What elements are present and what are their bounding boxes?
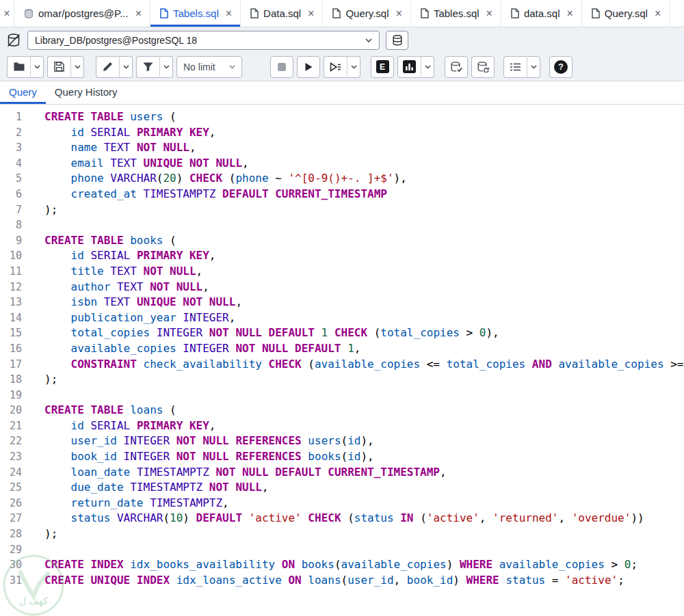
edit-menu-button[interactable] <box>119 56 133 78</box>
clipped-tab-close[interactable]: × <box>0 0 14 27</box>
code-line[interactable]: available_copies INTEGER NOT NULL DEFAUL… <box>44 341 684 357</box>
code-line[interactable]: CONSTRAINT check_availability CHECK (ava… <box>44 357 684 373</box>
editor-tab[interactable]: data.sql× <box>501 0 582 27</box>
open-file-menu-button[interactable] <box>30 56 44 78</box>
chevron-down-icon <box>163 65 170 69</box>
editor-tab-bar: × omar/postgres@P...×Tabels.sql×Data.sql… <box>0 0 684 27</box>
line-number: 2 <box>0 125 22 141</box>
code-line[interactable]: id SERIAL PRIMARY KEY, <box>44 248 684 264</box>
close-icon[interactable]: × <box>655 8 661 19</box>
rollback-icon <box>477 62 489 72</box>
close-icon[interactable]: × <box>226 8 232 19</box>
edit-button[interactable] <box>96 56 119 78</box>
explain-analyze-button[interactable] <box>397 56 421 78</box>
explain-analyze-group <box>397 56 434 78</box>
explain-button[interactable]: E <box>371 56 394 78</box>
editor-tab[interactable]: Tables.sql× <box>411 0 501 27</box>
code-line[interactable]: CREATE UNIQUE INDEX idx_loans_active ON … <box>44 573 684 589</box>
code-line[interactable] <box>44 388 684 403</box>
line-number: 28 <box>0 526 22 542</box>
code-line[interactable]: status VARCHAR(10) DEFAULT 'active' CHEC… <box>44 511 684 526</box>
code-line[interactable]: due_date TIMESTAMPTZ NOT NULL, <box>44 480 684 496</box>
line-number: 30 <box>0 557 22 573</box>
row-limit-select[interactable]: No limit <box>176 56 242 78</box>
line-number: 15 <box>0 325 22 341</box>
code-line[interactable]: loan_date TIMESTAMPTZ NOT NULL DEFAULT C… <box>44 465 684 481</box>
connection-value: Library_DB/postgres@PostgreSQL 18 <box>35 35 197 46</box>
close-icon[interactable]: × <box>135 8 142 19</box>
code-line[interactable]: total_copies INTEGER NOT NULL DEFAULT 1 … <box>44 325 684 341</box>
code-line[interactable]: ); <box>44 372 684 388</box>
code-line[interactable]: CREATE INDEX idx_books_availability ON b… <box>44 557 684 573</box>
tab-query-history-label: Query History <box>55 86 118 98</box>
tab-label: Tables.sql <box>434 8 479 19</box>
code-line[interactable]: phone VARCHAR(20) CHECK (phone ~ '^[0-9(… <box>44 171 684 187</box>
new-connection-button[interactable] <box>386 31 408 50</box>
code-line[interactable]: id SERIAL PRIMARY KEY, <box>44 125 684 141</box>
help-button[interactable]: ? <box>549 56 573 78</box>
filter-menu-button[interactable] <box>159 56 173 78</box>
explain-icon: E <box>376 60 389 73</box>
sql-editor[interactable]: 1234567891011121314151617181920212223242… <box>0 105 684 616</box>
close-icon[interactable]: × <box>3 8 10 20</box>
code-line[interactable]: return_date TIMESTAMPTZ, <box>44 496 684 511</box>
close-icon[interactable]: × <box>566 8 573 19</box>
editor-tab[interactable]: Query.sql× <box>323 0 410 27</box>
code-line[interactable]: book_id INTEGER NOT NULL REFERENCES book… <box>44 449 684 465</box>
line-number: 12 <box>0 280 22 295</box>
code-line[interactable]: isbn TEXT UNIQUE NOT NULL, <box>44 295 684 310</box>
stop-icon <box>277 62 287 72</box>
macros-menu-button[interactable] <box>527 56 540 78</box>
line-number: 8 <box>0 217 22 233</box>
code-line[interactable]: ); <box>44 526 684 542</box>
open-file-button[interactable] <box>7 56 30 78</box>
code-lines[interactable]: CREATE TABLE users ( id SERIAL PRIMARY K… <box>31 109 684 616</box>
code-line[interactable]: ); <box>44 202 684 218</box>
code-line[interactable]: email TEXT UNIQUE NOT NULL, <box>44 156 684 172</box>
editor-tab[interactable]: Tabels.sql× <box>150 0 241 27</box>
code-line[interactable]: author TEXT NOT NULL, <box>44 280 684 295</box>
code-line[interactable]: id SERIAL PRIMARY KEY, <box>44 418 684 434</box>
code-line[interactable]: CREATE TABLE books ( <box>44 233 684 249</box>
file-icon <box>332 8 341 18</box>
line-number: 1 <box>0 109 22 125</box>
tab-label: data.sql <box>524 8 560 19</box>
filter-button[interactable] <box>136 56 159 78</box>
macros-button[interactable] <box>503 56 527 78</box>
code-line[interactable]: title TEXT NOT NULL, <box>44 264 684 280</box>
close-icon[interactable]: × <box>486 8 492 19</box>
code-line[interactable] <box>44 542 684 558</box>
commit-icon <box>451 62 462 72</box>
cancel-query-button[interactable] <box>270 56 293 78</box>
code-line[interactable]: created_at TIMESTAMPTZ DEFAULT CURRENT_T… <box>44 187 684 202</box>
editor-tab[interactable]: omar/postgres@P...× <box>14 0 150 27</box>
code-line[interactable] <box>44 217 684 233</box>
code-line[interactable]: publication_year INTEGER, <box>44 310 684 326</box>
line-number: 18 <box>0 372 22 388</box>
close-icon[interactable]: × <box>308 8 314 19</box>
execute-options-button[interactable] <box>347 56 360 78</box>
editor-tab[interactable]: Data.sql× <box>241 0 323 27</box>
save-menu-button[interactable] <box>70 56 84 78</box>
connection-select[interactable]: Library_DB/postgres@PostgreSQL 18 <box>27 31 380 50</box>
code-line[interactable]: CREATE TABLE users ( <box>44 109 684 125</box>
line-number: 20 <box>0 403 22 418</box>
execute-button[interactable] <box>297 56 320 78</box>
line-number: 19 <box>0 388 22 403</box>
code-line[interactable]: user_id INTEGER NOT NULL REFERENCES user… <box>44 433 684 449</box>
save-button[interactable] <box>47 56 70 78</box>
chevron-down-icon <box>229 65 235 69</box>
execute-script-group <box>324 56 360 78</box>
code-line[interactable]: CREATE TABLE loans ( <box>44 403 684 418</box>
editor-tab[interactable]: Query.sql× <box>582 0 670 27</box>
rollback-button[interactable] <box>471 56 495 78</box>
code-line[interactable]: name TEXT NOT NULL, <box>44 140 684 156</box>
help-icon: ? <box>554 60 568 74</box>
close-icon[interactable]: × <box>396 8 402 19</box>
line-number: 22 <box>0 433 22 449</box>
commit-button[interactable] <box>445 56 468 78</box>
explain-options-button[interactable] <box>421 56 434 78</box>
tab-query[interactable]: Query <box>0 81 46 104</box>
execute-script-button[interactable] <box>324 56 347 78</box>
tab-query-history[interactable]: Query History <box>46 81 127 104</box>
